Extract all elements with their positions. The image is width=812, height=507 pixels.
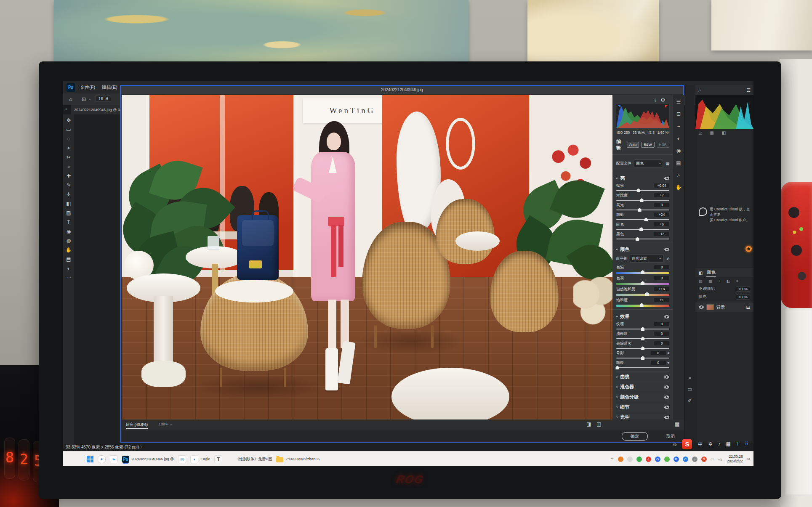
eye-icon[interactable] <box>664 406 669 409</box>
grid-view-icon[interactable]: ▦ <box>675 421 679 427</box>
eye-icon[interactable] <box>664 248 669 251</box>
menu-item[interactable]: 编辑(E) <box>102 81 117 93</box>
slider-thumb[interactable] <box>640 303 644 307</box>
taskbar-app-photoshop[interactable]: Ps202402212040946.jpg @ <box>122 456 174 463</box>
slider-thumb[interactable] <box>644 218 648 221</box>
acr-tool-icon[interactable]: ⌁ <box>677 124 680 130</box>
gear-icon[interactable]: ⚙ <box>660 97 669 103</box>
highlight-clipping-icon[interactable] <box>665 105 668 108</box>
tray-icon[interactable]: S <box>701 457 707 462</box>
section-曲线[interactable]: ›曲线 <box>616 372 669 382</box>
slider-track[interactable] <box>616 329 669 329</box>
zoom-100-option[interactable]: 100% ⌄ <box>159 422 173 426</box>
auto-button[interactable]: Auto <box>627 142 639 148</box>
slider-thumb[interactable] <box>636 188 640 192</box>
zoom-fit-option[interactable]: 适应 (40.6%) <box>126 422 148 429</box>
tray-icon[interactable] <box>627 457 633 462</box>
section-颜色分级[interactable]: ›颜色分级 <box>616 392 669 402</box>
home-icon[interactable]: ⌂ <box>69 96 72 102</box>
acr-tool-icon[interactable]: ☰ <box>676 99 681 106</box>
split-view-icon[interactable]: ◫ <box>596 421 601 427</box>
slider-thumb[interactable] <box>640 198 644 202</box>
swatch-icon[interactable]: ◧ <box>699 271 703 275</box>
slider-thumb[interactable] <box>615 366 619 369</box>
search-icon[interactable]: ⌕ <box>98 455 106 463</box>
slider-value[interactable]: +0.04 <box>654 183 669 188</box>
slider-value[interactable]: 0 <box>654 276 669 280</box>
tool-icon[interactable]: ◉ <box>67 229 71 235</box>
loop-app-icon[interactable]: ◎ <box>178 455 186 463</box>
float-icon[interactable]: ▦ <box>726 441 731 448</box>
acr-tool-icon[interactable]: ⊡ <box>676 111 681 118</box>
acr-histogram[interactable] <box>616 104 669 128</box>
tool-icon[interactable]: ⌖ <box>67 146 70 152</box>
tool-icon[interactable]: ✎ <box>67 183 71 189</box>
slider-value[interactable]: +6 <box>654 222 669 226</box>
tool-icon[interactable]: ◍ <box>67 238 71 244</box>
crop-tool-icon[interactable]: ⊡ <box>82 96 86 102</box>
layers-panel-icons[interactable]: ▤ ▦ T ◧ ≡ <box>695 277 753 285</box>
eye-icon[interactable] <box>664 385 669 389</box>
taskbar-app-eagle[interactable]: ◗Eagle <box>190 455 210 463</box>
eyedropper-icon[interactable]: ✎ <box>666 257 670 260</box>
eye-icon[interactable] <box>664 315 669 319</box>
slider-value[interactable]: 0 <box>654 265 669 269</box>
slider-track[interactable] <box>616 210 669 210</box>
profile-select[interactable]: 颜色⌄ <box>634 159 663 167</box>
white-balance-select[interactable]: 原照设置⌄ <box>630 255 664 263</box>
slider-thumb[interactable] <box>641 337 645 340</box>
before-after-icon[interactable]: ◨ <box>586 421 591 427</box>
slider-value[interactable]: 0 <box>654 322 669 326</box>
panel-icon[interactable]: ⌕ <box>689 375 692 382</box>
tool-icon[interactable]: ⌕ <box>67 164 70 170</box>
tool-icon[interactable]: ✥ <box>67 118 71 124</box>
document-tab[interactable]: 202402212040946.jpg @ 3 <box>71 105 123 114</box>
start-icon[interactable] <box>87 456 93 462</box>
hdr-button[interactable]: HDR <box>657 142 669 148</box>
photo-canvas[interactable]: WenTinG <box>122 95 612 419</box>
slider-value[interactable]: +24 <box>654 212 669 217</box>
slider-track[interactable] <box>616 219 669 220</box>
acr-tool-icon[interactable]: ◐ <box>677 136 680 142</box>
slider-value[interactable]: -13 <box>654 232 669 236</box>
notification-icon[interactable]: ✉ <box>747 457 750 462</box>
slider-value[interactable]: 0 <box>654 341 669 345</box>
tray-icon[interactable]: C <box>683 457 688 462</box>
taskbar-app-explorer-folder[interactable]: Z:\3ACMMS\zhan65 <box>276 456 319 462</box>
tray-icon[interactable]: ⌃ <box>610 457 614 462</box>
section-混色器[interactable]: ›混色器 <box>616 382 669 392</box>
dialog-title[interactable]: 202402212040946.jpg <box>121 86 683 94</box>
slider-thumb[interactable] <box>641 270 645 274</box>
histogram-panel-icons[interactable]: ◿ ▦ ◧ <box>695 129 753 137</box>
tray-icon[interactable]: ⌕ <box>646 457 651 462</box>
slider-track[interactable] <box>616 229 669 230</box>
slider-track[interactable] <box>616 200 669 201</box>
search-icon[interactable]: ⌕ <box>698 88 701 93</box>
slider-value[interactable]: 0 <box>654 332 669 336</box>
slider-thumb[interactable] <box>639 227 643 231</box>
acr-tool-icon[interactable]: ⌕ <box>677 173 680 179</box>
taskbar-app-chrome[interactable]: 《性别肢体》免费P图 <box>226 456 272 462</box>
profile-browser-icon[interactable]: ▦ <box>666 162 669 166</box>
slider-track[interactable] <box>616 283 669 285</box>
tray-icon[interactable]: ♪ <box>692 457 698 462</box>
taskbar-app-search[interactable]: ⌕ <box>98 455 106 463</box>
panel-icon[interactable]: ▭ <box>687 387 692 393</box>
slider-thumb[interactable] <box>641 356 645 360</box>
slider-thumb[interactable] <box>641 346 645 350</box>
slider-value[interactable]: +7 <box>654 193 669 197</box>
tray-icon[interactable] <box>618 457 623 462</box>
panel-menu-icon[interactable]: ☰ <box>746 88 751 93</box>
tool-icon[interactable]: T <box>67 220 70 226</box>
t-app-icon[interactable]: T <box>214 455 222 463</box>
shadow-clipping-icon[interactable] <box>618 105 620 108</box>
slider-track[interactable] <box>616 358 669 358</box>
crop-ratio[interactable]: 16: 9 <box>95 96 111 102</box>
slider-track[interactable] <box>616 338 669 339</box>
tool-icon[interactable]: ✚ <box>67 173 71 180</box>
menu-item[interactable]: 文件(F) <box>80 81 95 93</box>
expand-arrow-icon[interactable]: ◀ <box>667 351 669 355</box>
slider-value[interactable]: +1 <box>654 298 669 302</box>
eagle-icon[interactable]: ◗ <box>190 455 198 463</box>
slider-value[interactable]: +16 <box>654 287 669 291</box>
